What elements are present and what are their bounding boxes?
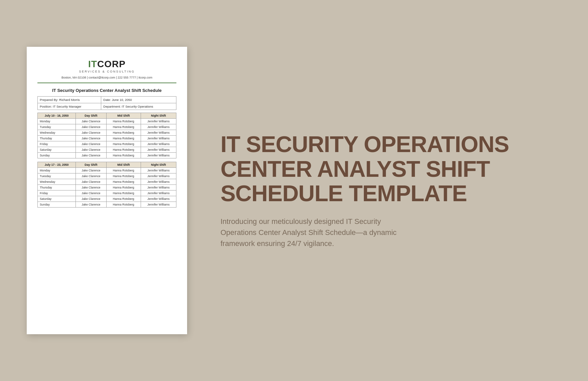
cell-w1-r1-c2: Jake Clarence	[76, 119, 106, 124]
cell-w1-r5-c1: Friday	[38, 141, 76, 147]
cell-w2-r7-c1: Sunday	[38, 202, 76, 208]
date: Date: June 10, 2050	[101, 97, 176, 103]
table-row: FridayJake ClarenceHanna RotsbergJennife…	[38, 141, 176, 147]
cell-w1-r5-c2: Jake Clarence	[76, 141, 106, 147]
table-row: TuesdayJake ClarenceHanna RotsbergJennif…	[38, 124, 176, 130]
cell-w1-r2-c4: Jennifer Williams	[141, 124, 176, 130]
cell-w2-r1-c4: Jennifer Williams	[141, 168, 176, 173]
cell-w1-r2-c3: Hanna Rotsberg	[106, 124, 141, 130]
cell-w1-r3-c3: Hanna Rotsberg	[106, 130, 141, 136]
cell-w2-r7-c2: Jake Clarence	[76, 202, 106, 208]
cell-w2-r1-c1: Monday	[38, 168, 76, 173]
cell-w2-r5-c2: Jake Clarence	[76, 190, 106, 196]
cell-w1-r1-c3: Hanna Rotsberg	[106, 119, 141, 124]
cell-w1-r2-c2: Jake Clarence	[76, 124, 106, 130]
table-row: SundayJake ClarenceHanna RotsbergJennife…	[38, 153, 176, 158]
cell-w1-r6-c1: Saturday	[38, 147, 76, 153]
cell-w1-r5-c3: Hanna Rotsberg	[106, 141, 141, 147]
col-night-header-1: Night Shift	[141, 113, 176, 119]
cell-w2-r2-c3: Hanna Rotsberg	[106, 173, 141, 179]
cell-w1-r3-c4: Jennifer Williams	[141, 130, 176, 136]
cell-w1-r1-c4: Jennifer Williams	[141, 119, 176, 124]
doc-title: IT Security Operations Center Analyst Sh…	[37, 88, 176, 93]
cell-w2-r3-c3: Hanna Rotsberg	[106, 179, 141, 185]
cell-w1-r4-c3: Hanna Rotsberg	[106, 136, 141, 141]
cell-w1-r6-c3: Hanna Rotsberg	[106, 147, 141, 153]
col-day-header-1: Day Shift	[76, 113, 106, 119]
col-mid-header-1: Mid Shift	[106, 113, 141, 119]
cell-w2-r6-c2: Jake Clarence	[76, 196, 106, 202]
cell-w1-r6-c2: Jake Clarence	[76, 147, 106, 153]
cell-w2-r4-c4: Jennifer Williams	[141, 185, 176, 190]
prepared-by: Prepared By: Richard Morris	[38, 97, 101, 103]
contact-bar: Boston, MA 02108 | contact@itcorp.com | …	[37, 76, 176, 83]
table-row: MondayJake ClarenceHanna RotsbergJennife…	[38, 168, 176, 173]
logo-area: ITCORP SERVICES & CONSULTING	[37, 59, 176, 73]
table-row: FridayJake ClarenceHanna RotsbergJennife…	[38, 190, 176, 196]
table-row: SundayJake ClarenceHanna RotsbergJennife…	[38, 202, 176, 208]
cell-w2-r2-c2: Jake Clarence	[76, 173, 106, 179]
cell-w2-r2-c1: Tuesday	[38, 173, 76, 179]
description: Introducing our meticulously designed IT…	[220, 216, 408, 249]
cell-w2-r4-c2: Jake Clarence	[76, 185, 106, 190]
cell-w2-r7-c3: Hanna Rotsberg	[106, 202, 141, 208]
cell-w2-r6-c4: Jennifer Williams	[141, 196, 176, 202]
table-row: ThursdayJake ClarenceHanna RotsbergJenni…	[38, 136, 176, 141]
cell-w1-r3-c1: Wednesday	[38, 130, 76, 136]
table-row: TuesdayJake ClarenceHanna RotsbergJennif…	[38, 173, 176, 179]
cell-w1-r1-c1: Monday	[38, 119, 76, 124]
table-row: MondayJake ClarenceHanna RotsbergJennife…	[38, 119, 176, 124]
cell-w2-r3-c1: Wednesday	[38, 179, 76, 185]
cell-w2-r1-c2: Jake Clarence	[76, 168, 106, 173]
week-label-1: July 10 - 16, 2050	[38, 113, 76, 119]
table-row: ThursdayJake ClarenceHanna RotsbergJenni…	[38, 185, 176, 190]
meta-table: Prepared By: Richard Morris Date: June 1…	[37, 96, 176, 110]
cell-w2-r1-c3: Hanna Rotsberg	[106, 168, 141, 173]
table-row: SaturdayJake ClarenceHanna RotsbergJenni…	[38, 147, 176, 153]
schedule-table-week-2: July 17 - 23, 2050Day ShiftMid ShiftNigh…	[37, 162, 176, 208]
document-container: ITCORP SERVICES & CONSULTING Boston, MA …	[27, 47, 187, 334]
cell-w1-r7-c1: Sunday	[38, 153, 76, 158]
col-night-header-2: Night Shift	[141, 162, 176, 168]
cell-w2-r7-c4: Jennifer Williams	[141, 202, 176, 208]
logo-it: IT	[88, 59, 97, 69]
cell-w2-r6-c3: Hanna Rotsberg	[106, 196, 141, 202]
logo-corp: CORP	[97, 59, 126, 69]
cell-w2-r2-c4: Jennifer Williams	[141, 173, 176, 179]
cell-w1-r3-c2: Jake Clarence	[76, 130, 106, 136]
col-day-header-2: Day Shift	[76, 162, 106, 168]
table-row: WednesdayJake ClarenceHanna RotsbergJenn…	[38, 130, 176, 136]
cell-w1-r7-c2: Jake Clarence	[76, 153, 106, 158]
cell-w1-r2-c1: Tuesday	[38, 124, 76, 130]
table-row: WednesdayJake ClarenceHanna RotsbergJenn…	[38, 179, 176, 185]
cell-w2-r5-c4: Jennifer Williams	[141, 190, 176, 196]
info-panel: IT SECURITY OPERATIONS CENTER ANALYST SH…	[207, 125, 561, 255]
cell-w2-r6-c1: Saturday	[38, 196, 76, 202]
schedule-tables-container: July 10 - 16, 2050Day ShiftMid ShiftNigh…	[37, 113, 176, 208]
cell-w1-r6-c4: Jennifer Williams	[141, 147, 176, 153]
cell-w2-r5-c3: Hanna Rotsberg	[106, 190, 141, 196]
cell-w1-r4-c2: Jake Clarence	[76, 136, 106, 141]
department: Department: IT Security Operations	[101, 103, 176, 110]
cell-w2-r3-c2: Jake Clarence	[76, 179, 106, 185]
cell-w1-r4-c1: Thursday	[38, 136, 76, 141]
page-wrapper: ITCORP SERVICES & CONSULTING Boston, MA …	[0, 0, 588, 381]
cell-w2-r5-c1: Friday	[38, 190, 76, 196]
cell-w1-r7-c3: Hanna Rotsberg	[106, 153, 141, 158]
cell-w2-r3-c4: Jennifer Williams	[141, 179, 176, 185]
cell-w1-r5-c4: Jennifer Williams	[141, 141, 176, 147]
schedule-table-week-1: July 10 - 16, 2050Day ShiftMid ShiftNigh…	[37, 113, 176, 158]
cell-w2-r4-c1: Thursday	[38, 185, 76, 190]
week-label-2: July 17 - 23, 2050	[38, 162, 76, 168]
position: Position: IT Security Manager	[38, 103, 101, 110]
table-row: SaturdayJake ClarenceHanna RotsbergJenni…	[38, 196, 176, 202]
logo-subtitle: SERVICES & CONSULTING	[37, 70, 176, 73]
cell-w1-r4-c4: Jennifer Williams	[141, 136, 176, 141]
big-title: IT SECURITY OPERATIONS CENTER ANALYST SH…	[220, 132, 548, 206]
cell-w2-r4-c3: Hanna Rotsberg	[106, 185, 141, 190]
logo-text: ITCORP	[37, 59, 176, 70]
col-mid-header-2: Mid Shift	[106, 162, 141, 168]
cell-w1-r7-c4: Jennifer Williams	[141, 153, 176, 158]
